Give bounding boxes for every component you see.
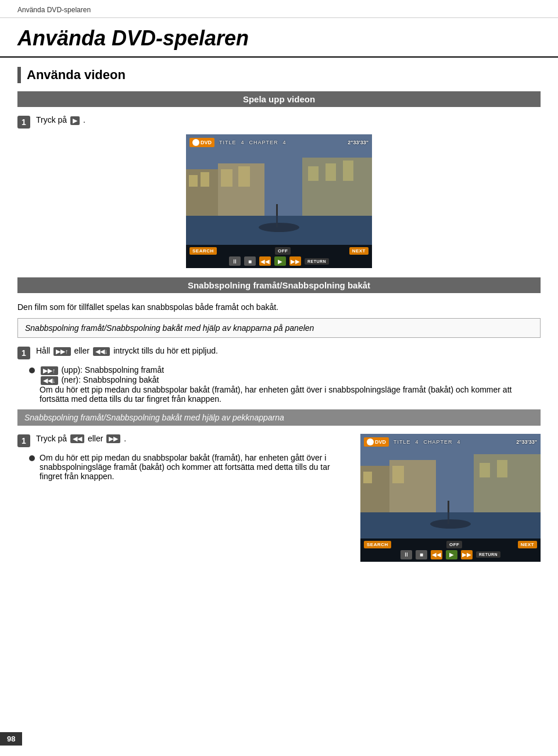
- rew-remote-icon: ◀◀: [70, 434, 84, 443]
- dvd-screenshot-main: DVD TITLE 4 CHAPTER 4 2"33'33" SEARCH OF…: [186, 134, 372, 268]
- dvd-title-num-small: 4: [416, 439, 419, 445]
- pause-button-small[interactable]: ⏸: [400, 550, 412, 559]
- dvd-chapter-label: CHAPTER: [249, 140, 278, 145]
- return-button-small[interactable]: RETURN: [476, 551, 500, 558]
- play-button-small[interactable]: ▶: [446, 550, 457, 559]
- step-number-1: 1: [17, 116, 30, 129]
- dvd-control-row2-small: ⏸ ■ ◀◀ ▶ ▶▶ RETURN: [364, 550, 537, 559]
- subtitle-play-band: Spela upp videon: [17, 91, 541, 107]
- dvd-top-bar: DVD TITLE 4 CHAPTER 4 2"33'33": [189, 138, 369, 147]
- next-button-small[interactable]: NEXT: [518, 541, 537, 548]
- rew-down-icon-2: ◀◀↓: [41, 376, 58, 385]
- bullet-item-up: ▶▶↑ (upp): Snabbspolning framåt ◀◀↓ (ner…: [29, 365, 541, 404]
- step-1-play: 1 Tryck på ▶ .: [17, 115, 541, 129]
- rew-down-icon: ◀◀↓: [93, 347, 110, 356]
- dvd-control-row2: ⏸ ■ ◀◀ ▶ ▶▶ RETURN: [189, 256, 369, 266]
- breadcrumb: Använda DVD-spelaren: [0, 0, 558, 18]
- bullet-dot-2: [29, 455, 35, 461]
- dvd-disc-icon: [192, 139, 199, 146]
- section-video-label: Använda videon: [27, 67, 126, 83]
- dvd-info-label-small: TITLE: [394, 439, 411, 445]
- ff-panel-box: Snabbspolning framåt/Snabbspolning bakåt…: [17, 318, 541, 338]
- search-button[interactable]: SEARCH: [189, 247, 217, 255]
- dvd-bottom-controls: SEARCH OFF NEXT ⏸ ■ ◀◀ ▶ ▶▶ RETURN: [186, 245, 372, 268]
- dvd-time: 2"33'33": [348, 140, 369, 145]
- off-button[interactable]: OFF: [275, 247, 291, 255]
- ff-desc-text: Den film som för tillfället spelas kan s…: [17, 301, 541, 313]
- stop-button-small[interactable]: ■: [416, 550, 427, 559]
- step-1-hold: 1 Håll ▶▶↑ eller ◀◀↓ intryckt tills du h…: [17, 346, 541, 359]
- bottom-two-col: 1 Tryck på ◀◀ eller ▶▶ . Om du hör ett p…: [17, 434, 541, 562]
- ff-section-band: Snabbspolning framåt/Snabbspolning bakåt: [17, 277, 541, 293]
- ffwd-up-icon: ▶▶↑: [53, 347, 71, 356]
- dvd-time-small: 2"33'33": [516, 439, 537, 445]
- dvd-chapter-num: 4: [283, 140, 287, 145]
- bullet-item-up-text: ▶▶↑ (upp): Snabbspolning framåt ◀◀↓ (ner…: [40, 365, 541, 404]
- dvd-ui-overlay: DVD TITLE 4 CHAPTER 4 2"33'33" SEARCH OF…: [186, 134, 372, 268]
- ff-button-small[interactable]: ▶▶: [461, 550, 473, 559]
- dvd-logo: DVD: [189, 138, 214, 147]
- dvd-ui-overlay-small: DVD TITLE 4 CHAPTER 4 2"33'33" SEARCH OF…: [360, 434, 541, 562]
- section-video-heading: Använda videon: [17, 67, 541, 83]
- section-bar-decoration: [17, 67, 21, 83]
- dvd-bottom-controls-small: SEARCH OFF NEXT ⏸ ■ ◀◀ ▶ ▶▶ RETURN: [360, 539, 541, 562]
- dvd-logo-small: DVD: [364, 437, 389, 447]
- search-button-small[interactable]: SEARCH: [364, 541, 391, 548]
- remote-bullet-item: Om du hör ett pip medan du snabbspolar b…: [29, 453, 349, 481]
- ff-bullet-list: ▶▶↑ (upp): Snabbspolning framåt ◀◀↓ (ner…: [29, 365, 541, 404]
- pause-button[interactable]: ⏸: [229, 256, 241, 266]
- dvd-screenshot-small: DVD TITLE 4 CHAPTER 4 2"33'33" SEARCH OF…: [360, 434, 541, 562]
- ff-remote-icon: ▶▶: [106, 434, 120, 443]
- dvd-title-num: 4: [241, 140, 245, 145]
- ff-remote-band: Snabbspolning framåt/Snabbspolning bakåt…: [17, 409, 541, 426]
- step-number-1c: 1: [17, 434, 30, 447]
- dvd-disc-icon-small: [367, 438, 374, 445]
- play-button-icon: ▶: [70, 116, 80, 125]
- dvd-top-bar-small: DVD TITLE 4 CHAPTER 4 2"33'33": [364, 437, 537, 447]
- remote-bullet-text: Om du hör ett pip medan du snabbspolar b…: [40, 453, 349, 481]
- dvd-chapter-label-small: CHAPTER: [424, 439, 453, 445]
- play-button[interactable]: ▶: [274, 256, 286, 266]
- bottom-right-col: DVD TITLE 4 CHAPTER 4 2"33'33" SEARCH OF…: [360, 434, 541, 562]
- step-number-1b: 1: [17, 347, 30, 359]
- remote-bullet-list: Om du hör ett pip medan du snabbspolar b…: [29, 453, 349, 481]
- dvd-control-row1: SEARCH OFF NEXT: [189, 247, 369, 255]
- dvd-chapter-num-small: 4: [457, 439, 461, 445]
- step-1-remote: 1 Tryck på ◀◀ eller ▶▶ .: [17, 434, 349, 447]
- bottom-left-col: 1 Tryck på ◀◀ eller ▶▶ . Om du hör ett p…: [17, 434, 349, 562]
- rewind-button[interactable]: ◀◀: [259, 256, 271, 266]
- dvd-control-row1-small: SEARCH OFF NEXT: [364, 541, 537, 548]
- step-1-hold-text: Håll ▶▶↑ eller ◀◀↓ intryckt tills du hör…: [36, 346, 218, 356]
- rewind-button-small[interactable]: ◀◀: [431, 550, 442, 559]
- step-1-text: Tryck på ▶ .: [36, 115, 85, 125]
- page-number: 98: [0, 732, 22, 746]
- fast-forward-button[interactable]: ▶▶: [289, 256, 301, 266]
- bullet-dot-1: [29, 368, 35, 373]
- page-title: Använda DVD-spelaren: [0, 22, 558, 58]
- next-button[interactable]: NEXT: [349, 247, 369, 255]
- step-1-remote-text: Tryck på ◀◀ eller ▶▶ .: [36, 434, 126, 444]
- stop-button[interactable]: ■: [244, 256, 256, 266]
- return-button[interactable]: RETURN: [305, 258, 329, 265]
- off-button-small[interactable]: OFF: [446, 541, 463, 548]
- ffwd-up-icon-2: ▶▶↑: [41, 366, 58, 375]
- dvd-info-label: TITLE: [219, 140, 237, 145]
